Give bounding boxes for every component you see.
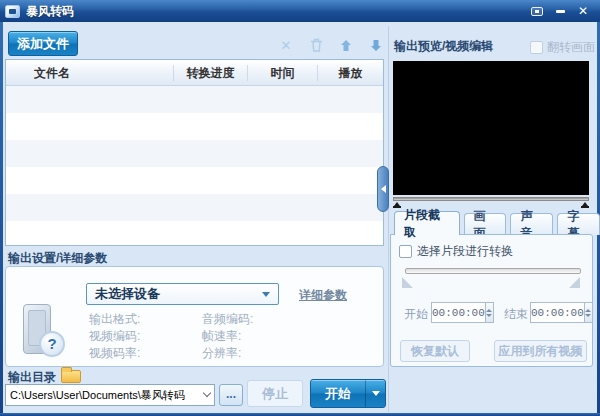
remove-file-button[interactable]: ✕: [276, 36, 296, 54]
preview-title: 输出预览/视频编辑: [394, 38, 493, 55]
flip-checkbox-label: 翻转画面: [547, 39, 595, 56]
apply-all-button[interactable]: 应用到所有视频: [494, 340, 587, 362]
column-header-play[interactable]: 播放: [318, 65, 383, 81]
start-time-field[interactable]: 00:00:00: [431, 302, 494, 323]
start-dropdown-button[interactable]: [366, 391, 385, 396]
start-button[interactable]: 开始: [310, 379, 386, 408]
spinner-down-icon: [585, 314, 591, 317]
video-preview: [393, 61, 589, 195]
spinner-down-icon: [486, 314, 492, 317]
window-frame: [0, 22, 3, 416]
range-handle-left[interactable]: [402, 277, 413, 288]
start-button-label: 开始: [311, 385, 365, 403]
title-bar: 暴风转码 ✕: [0, 0, 600, 22]
output-path-combobox[interactable]: C:\Users\User\Documents\暴风转码: [5, 384, 215, 406]
column-header-filename[interactable]: 文件名: [6, 65, 174, 81]
table-row: [6, 221, 383, 248]
spinner-up-icon: [585, 309, 591, 312]
detail-params-link[interactable]: 详细参数: [299, 287, 347, 304]
seek-handle-left[interactable]: [393, 202, 401, 208]
device-select-value: 未选择设备: [95, 285, 160, 303]
close-button[interactable]: ✕: [575, 4, 591, 18]
add-file-button[interactable]: 添加文件: [8, 31, 78, 56]
label-frame-rate: 帧速率:: [202, 328, 241, 345]
label-video-bitrate: 视频码率:: [89, 345, 140, 362]
tab-clip-capture[interactable]: 片段截取: [394, 211, 460, 235]
file-list-header: 文件名 转换进度 时间 播放: [6, 60, 383, 86]
arrow-up-icon: [340, 39, 352, 52]
start-time-value: 00:00:00: [432, 307, 485, 319]
flip-checkbox[interactable]: [530, 41, 543, 54]
clip-range-slider[interactable]: [405, 268, 581, 274]
collapse-panel-handle[interactable]: [377, 166, 389, 212]
clip-capture-panel: 选择片段进行转换 开始 00:00:00 结束 00:00:00 恢复默认 应用…: [390, 234, 593, 367]
move-up-button[interactable]: [336, 36, 356, 54]
start-time-spinner[interactable]: [485, 303, 493, 322]
end-time-value: 00:00:00: [531, 307, 584, 319]
column-header-time[interactable]: 时间: [248, 65, 318, 81]
folder-icon[interactable]: [61, 370, 81, 383]
app-logo-icon: [5, 5, 20, 18]
restore-default-button[interactable]: 恢复默认: [400, 340, 470, 362]
browse-button[interactable]: ...: [219, 384, 243, 406]
output-path-value: C:\Users\User\Documents\暴风转码: [10, 388, 185, 403]
label-audio-codec: 音频编码:: [202, 311, 253, 328]
seek-bar[interactable]: [393, 197, 589, 201]
table-row: [6, 194, 383, 221]
range-handle-right[interactable]: [569, 277, 580, 288]
output-settings-title: 输出设置/详细参数: [8, 250, 107, 267]
table-row: [6, 167, 383, 194]
column-header-progress[interactable]: 转换进度: [174, 65, 248, 81]
move-down-button[interactable]: [366, 36, 386, 54]
chevron-left-icon: [381, 185, 386, 193]
tab-picture[interactable]: 画面: [464, 213, 507, 235]
chevron-down-icon: [372, 391, 380, 396]
clear-list-button[interactable]: [306, 36, 326, 54]
app-window: 暴风转码 ✕ 添加文件 ✕ 文件名 转换进度 时间 播放: [0, 0, 600, 416]
tab-subtitle[interactable]: 字幕: [557, 213, 600, 235]
end-time-label: 结束: [504, 306, 528, 323]
tray-button[interactable]: [529, 4, 545, 18]
end-time-spinner[interactable]: [584, 303, 592, 322]
tray-icon: [531, 7, 543, 16]
delete-x-icon: ✕: [281, 38, 292, 53]
label-video-codec: 视频编码:: [89, 328, 140, 345]
end-time-field[interactable]: 00:00:00: [530, 302, 593, 323]
file-list-table: 文件名 转换进度 时间 播放: [5, 59, 384, 246]
table-row: [6, 140, 383, 167]
chevron-down-icon: [203, 389, 211, 397]
device-select-dropdown[interactable]: 未选择设备: [86, 283, 279, 305]
start-time-label: 开始: [404, 306, 428, 323]
table-row: [6, 86, 383, 113]
output-settings-panel: ? 未选择设备 详细参数 输出格式: 视频编码: 视频码率: 音频编码: 帧速率…: [5, 266, 384, 367]
minimize-button[interactable]: [552, 4, 568, 18]
table-row: [6, 113, 383, 140]
arrow-down-icon: [370, 39, 382, 52]
clip-select-checkbox[interactable]: [399, 245, 412, 258]
label-output-format: 输出格式:: [89, 311, 140, 328]
trash-icon: [310, 38, 323, 52]
spinner-up-icon: [486, 309, 492, 312]
panel-divider: [388, 26, 389, 412]
tab-audio[interactable]: 声音: [510, 213, 553, 235]
chevron-down-icon: [262, 292, 270, 297]
window-title: 暴风转码: [26, 3, 74, 20]
minimize-icon: [556, 10, 565, 13]
label-resolution: 分辨率:: [202, 345, 241, 362]
question-icon: ?: [39, 331, 65, 357]
stop-button[interactable]: 停止: [247, 380, 303, 407]
clip-select-label: 选择片段进行转换: [417, 243, 513, 260]
